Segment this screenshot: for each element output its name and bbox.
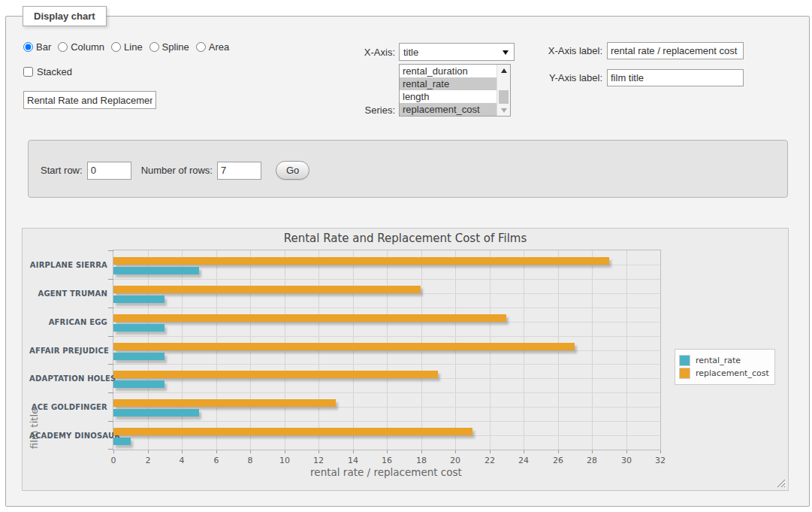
scroll-down-button[interactable]	[497, 105, 510, 116]
display-chart-panel: Display chart BarColumnLineSplineArea St…	[5, 16, 810, 507]
legend-swatch-icon	[679, 355, 690, 366]
num-rows-input[interactable]	[217, 162, 261, 180]
x-tick-label: 32	[655, 456, 666, 465]
start-row-input[interactable]	[87, 162, 131, 180]
x-tick-label: 22	[484, 456, 495, 465]
legend-entry: rental_rate	[679, 355, 769, 366]
scroll-down-icon	[501, 108, 507, 113]
chart-type-radiogroup: BarColumnLineSplineArea	[23, 41, 236, 53]
x-tick-mark	[558, 450, 559, 453]
y-axis-label-input[interactable]	[607, 69, 744, 86]
stacked-checkbox[interactable]	[23, 67, 33, 77]
gridline	[113, 392, 660, 393]
legend-entry: replacement_cost	[679, 368, 769, 379]
category-label: AIRPLANE SIERRA	[29, 260, 107, 268]
scroll-up-icon	[501, 68, 507, 73]
chart-type-radio-column[interactable]	[58, 42, 68, 52]
chart-type-line[interactable]: Line	[111, 41, 143, 53]
series-listbox[interactable]: rental_durationrental_ratelengthreplacem…	[399, 64, 511, 117]
x-tick-mark	[421, 450, 422, 453]
y-tick-mark	[108, 336, 113, 337]
x-tick-mark	[318, 450, 319, 453]
start-row-label: Start row:	[41, 165, 83, 176]
gridline	[113, 407, 660, 407]
x-tick-label: 10	[279, 456, 290, 465]
x-tick-label: 18	[416, 456, 427, 465]
x-tick-label: 24	[518, 456, 529, 465]
chart-legend: rental_ratereplacement_cost	[675, 349, 775, 385]
chart-type-bar[interactable]: Bar	[23, 41, 51, 53]
chart-title: Rental Rate and Replacement Cost of Film…	[23, 232, 788, 245]
chart-title-input[interactable]	[23, 91, 156, 109]
chart-type-label: Column	[71, 41, 104, 53]
chart-type-spline[interactable]: Spline	[149, 41, 189, 53]
x-tick-label: 4	[180, 456, 185, 465]
y-tick-mark	[108, 250, 113, 251]
chart-type-radio-spline[interactable]	[149, 42, 159, 52]
bar-rental_rate	[113, 438, 131, 445]
chart-type-label: Area	[209, 41, 229, 53]
bar-rental_rate	[113, 324, 165, 332]
x-tick-label: 0	[111, 456, 116, 465]
go-button[interactable]: Go	[276, 161, 309, 180]
chart-type-radio-line[interactable]	[111, 42, 121, 52]
gridline	[113, 378, 660, 379]
bar-replacement_cost	[113, 314, 506, 322]
scrollbar-thumb[interactable]	[499, 90, 509, 104]
x-tick-label: 6	[214, 456, 219, 465]
y-tick-mark	[108, 449, 113, 450]
chart-type-column[interactable]: Column	[58, 41, 104, 53]
bar-replacement_cost	[113, 343, 575, 350]
gridline	[113, 308, 660, 308]
x-tick-label: 8	[248, 456, 253, 465]
chart-type-label: Line	[124, 41, 143, 53]
chart-area: Rental Rate and Replacement Cost of Film…	[22, 228, 789, 491]
x-tick-mark	[216, 450, 217, 453]
scroll-up-button[interactable]	[497, 65, 510, 76]
series-scrollbar[interactable]	[497, 65, 510, 116]
category-label: AFFAIR PREJUDICE	[29, 346, 107, 354]
bar-replacement_cost	[113, 371, 438, 378]
series-option-rental_duration[interactable]: rental_duration	[400, 65, 497, 77]
series-select-label: Series:	[362, 105, 395, 116]
x-tick-mark	[626, 450, 627, 453]
x-axis-label-field-label: X-Axis label:	[544, 45, 602, 56]
x-tick-label: 2	[146, 456, 151, 465]
x-tick-label: 28	[587, 456, 597, 465]
x-axis-select-label: X-Axis:	[364, 47, 395, 58]
x-tick-mark	[353, 450, 354, 453]
x-tick-mark	[148, 450, 149, 453]
bar-rental_rate	[113, 380, 165, 388]
row-range-box: Start row: Number of rows: Go	[28, 140, 788, 198]
resize-grip-icon[interactable]	[777, 479, 785, 487]
x-tick-mark	[387, 450, 388, 453]
bar-rental_rate	[113, 353, 165, 360]
bar-rental_rate	[113, 295, 165, 303]
bar-replacement_cost	[113, 399, 336, 407]
chart-x-axis-title: rental rate / replacement cost	[113, 466, 660, 478]
gridline	[113, 279, 660, 280]
x-tick-label: 14	[348, 456, 358, 465]
series-option-length[interactable]: length	[400, 90, 497, 103]
x-tick-mark	[182, 450, 183, 453]
x-tick-mark	[660, 450, 661, 453]
stacked-option[interactable]: Stacked	[23, 66, 72, 77]
bar-rental_rate	[113, 409, 199, 417]
x-axis-select[interactable]: title	[399, 43, 515, 61]
series-option-replacement_cost[interactable]: replacement_cost	[400, 103, 497, 116]
x-tick-label: 12	[313, 456, 324, 465]
legend-swatch-icon	[679, 368, 690, 379]
chart-type-radio-area[interactable]	[196, 42, 206, 52]
chart-type-label: Bar	[36, 41, 51, 53]
x-tick-label: 16	[382, 456, 392, 465]
bar-replacement_cost	[113, 257, 609, 265]
series-option-rental_rate[interactable]: rental_rate	[400, 77, 497, 90]
chart-type-radio-bar[interactable]	[23, 42, 33, 52]
bar-replacement_cost	[113, 286, 421, 293]
x-tick-mark	[524, 450, 524, 453]
x-axis-label-input[interactable]	[607, 42, 744, 59]
gridline	[113, 293, 660, 294]
chart-type-area[interactable]: Area	[196, 41, 229, 53]
y-tick-mark	[108, 392, 113, 393]
plot-area: 02468101214161820222426283032AIRPLANE SI…	[113, 250, 661, 450]
